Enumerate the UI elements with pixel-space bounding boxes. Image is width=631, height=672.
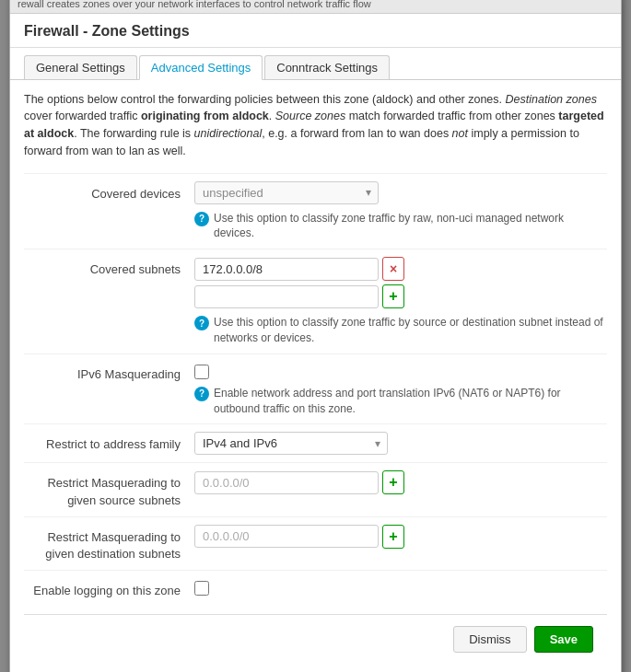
ipv6-masquerading-help-icon[interactable]: ?	[194, 387, 209, 401]
address-family-select[interactable]: IPv4 and IPv6 IPv4 only IPv6 only	[194, 432, 388, 455]
destination-subnets-add-button[interactable]: +	[382, 525, 404, 549]
covered-subnets-help-icon[interactable]: ?	[194, 316, 209, 330]
covered-devices-help-text: Use this option to classify zone traffic…	[214, 211, 607, 242]
control-enable-logging	[194, 578, 607, 596]
destination-subnets-input[interactable]	[194, 525, 379, 548]
row-covered-devices: Covered devices unspecified ? Use this o…	[24, 173, 607, 249]
row-covered-subnets: Covered subnets × + ? Use this option to…	[24, 249, 607, 353]
control-destination-subnets: +	[194, 525, 607, 549]
row-enable-logging: Enable logging on this zone	[24, 570, 607, 607]
covered-subnets-remove-button[interactable]: ×	[382, 257, 404, 281]
source-subnets-add-button[interactable]: +	[382, 470, 404, 494]
row-ipv6-masquerading: IPv6 Masquerading ? Enable network addre…	[24, 353, 607, 424]
label-destination-subnets: Restrict Masquerading to given destinati…	[24, 525, 194, 562]
enable-logging-checkbox[interactable]	[194, 581, 209, 596]
label-covered-devices: Covered devices	[24, 181, 194, 203]
description-text: The options below control the forwarding…	[24, 91, 607, 160]
control-covered-devices: unspecified ? Use this option to classif…	[194, 181, 607, 242]
covered-subnets-help-text: Use this option to classify zone traffic…	[214, 315, 607, 346]
row-address-family: Restrict to address family IPv4 and IPv6…	[24, 423, 607, 462]
tab-advanced[interactable]: Advanced Settings	[139, 55, 263, 80]
row-destination-subnets: Restrict Masquerading to given destinati…	[24, 516, 607, 570]
source-subnets-input[interactable]	[194, 471, 379, 494]
label-enable-logging: Enable logging on this zone	[24, 578, 194, 599]
top-bar-text: rewall creates zones over your network i…	[10, 0, 621, 14]
label-ipv6-masquerading: IPv6 Masquerading	[24, 362, 194, 383]
row-source-subnets: Restrict Masquerading to given source su…	[24, 462, 607, 516]
dismiss-button[interactable]: Dismiss	[453, 626, 527, 653]
control-ipv6-masquerading: ? Enable network address and port transl…	[194, 362, 607, 417]
control-source-subnets: +	[194, 470, 607, 494]
covered-subnets-add-button[interactable]: +	[382, 284, 404, 308]
tab-bar: General Settings Advanced Settings Connt…	[10, 48, 621, 80]
ipv6-masquerading-checkbox[interactable]	[194, 365, 209, 379]
label-address-family: Restrict to address family	[24, 432, 194, 453]
save-button[interactable]: Save	[534, 626, 593, 653]
control-address-family: IPv4 and IPv6 IPv4 only IPv6 only	[194, 432, 607, 455]
form-section: Covered devices unspecified ? Use this o…	[24, 173, 607, 608]
label-covered-subnets: Covered subnets	[24, 257, 194, 278]
covered-devices-help-icon[interactable]: ?	[194, 212, 209, 226]
tab-conntrack[interactable]: Conntrack Settings	[264, 55, 390, 79]
covered-subnets-input-1[interactable]	[194, 258, 379, 281]
covered-devices-select[interactable]: unspecified	[194, 181, 379, 204]
dialog-title: Firewall - Zone Settings	[24, 23, 607, 40]
ipv6-masquerading-help-text: Enable network address and port translat…	[214, 386, 607, 417]
tab-general[interactable]: General Settings	[24, 55, 137, 79]
label-source-subnets: Restrict Masquerading to given source su…	[24, 470, 194, 508]
footer: Dismiss Save	[24, 614, 607, 664]
covered-subnets-input-2[interactable]	[194, 285, 379, 308]
control-covered-subnets: × + ? Use this option to classify zone t…	[194, 257, 607, 346]
